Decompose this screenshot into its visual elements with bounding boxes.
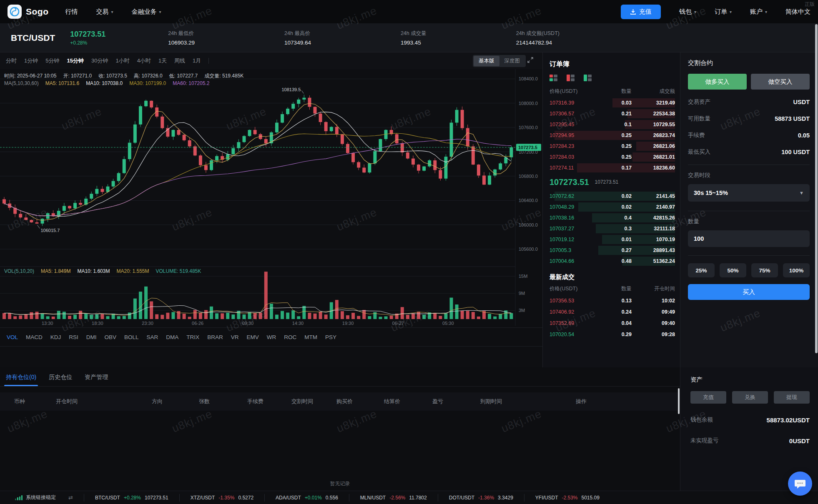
order-price: 107019.12 <box>550 237 602 242</box>
orderbook-row[interactable]: 107306.570.2122534.38 <box>550 108 675 119</box>
refresh-icon[interactable]: ⇄ <box>68 494 84 501</box>
timeframe-tab-5分钟[interactable]: 5分钟 <box>45 57 59 65</box>
menu-item-交易[interactable]: 交易▾ <box>96 8 113 16</box>
panel-scrollbar[interactable] <box>678 388 680 414</box>
percent-button-75%[interactable]: 75% <box>751 263 778 277</box>
indicator-tab-DMI[interactable]: DMI <box>86 334 97 340</box>
chart-view-toggle: 基本版深度图 <box>473 55 526 67</box>
sogo-logo-icon[interactable] <box>8 5 22 19</box>
amount-input[interactable] <box>688 230 810 247</box>
timeframe-tab-15分钟[interactable]: 15分钟 <box>67 57 83 65</box>
menu-item-简体中文[interactable]: 简体中文 <box>785 8 810 16</box>
indicator-tab-WR[interactable]: WR <box>267 334 276 340</box>
current-price-row[interactable]: 107273.51 107273.51 <box>550 174 675 190</box>
order-qty: 0.27 <box>602 247 632 253</box>
orderbook-row[interactable]: 107004.660.4851362.24 <box>550 256 675 267</box>
indicator-tab-DMA[interactable]: DMA <box>166 334 178 340</box>
book-asks-icon[interactable] <box>567 75 575 81</box>
period-value: 30s 15~15% <box>694 190 728 196</box>
view-tab-基本版[interactable]: 基本版 <box>474 56 499 66</box>
expand-icon[interactable] <box>527 57 533 65</box>
indicator-tab-MACD[interactable]: MACD <box>26 334 43 340</box>
asset-value: 0USDT <box>789 437 810 444</box>
timeframe-tab-1天[interactable]: 1天 <box>158 57 167 65</box>
orderbook-row[interactable]: 107038.160.442815.26 <box>550 212 675 223</box>
order-amount: 3219.49 <box>632 100 675 106</box>
timeframe-tab-4小时[interactable]: 4小时 <box>137 57 151 65</box>
candlestick-chart[interactable]: 108400.0108000.0107600.0107200.0106800.0… <box>0 69 542 327</box>
orderbook-row[interactable]: 107284.030.2526821.01 <box>550 152 675 162</box>
menu-item-钱包[interactable]: 钱包▾ <box>679 8 696 16</box>
period-select[interactable]: 30s 15~15% ▼ <box>688 184 810 202</box>
statusbar-ticker-BTC/USDT[interactable]: BTC/USDT+0.28%107273.51 <box>84 494 179 502</box>
indicator-tab-MTM[interactable]: MTM <box>304 334 317 340</box>
book-bids-icon[interactable] <box>584 75 592 81</box>
trade-qty: 0.04 <box>602 320 632 326</box>
buy-long-button[interactable]: 做多买入 <box>688 74 747 90</box>
orderbook-row[interactable]: 107274.110.1718236.60 <box>550 162 675 173</box>
indicator-tab-VR[interactable]: VR <box>231 334 239 340</box>
timeframe-tab-1小时[interactable]: 1小时 <box>115 57 129 65</box>
positions-tab-历史仓位[interactable]: 历史仓位 <box>49 374 72 386</box>
percent-button-50%[interactable]: 50% <box>720 263 746 277</box>
indicator-tab-PSY[interactable]: PSY <box>325 334 336 340</box>
timeframe-tab-1月[interactable]: 1月 <box>193 57 201 65</box>
page-scrollbar[interactable] <box>815 24 818 353</box>
positions-col-header: 购买价 <box>336 398 384 405</box>
indicator-tab-BRAR[interactable]: BRAR <box>207 334 223 340</box>
menu-item-订单[interactable]: 订单▾ <box>715 8 732 16</box>
indicator-tab-EMV[interactable]: EMV <box>246 334 258 340</box>
orderbook-row[interactable]: 107295.450.110729.55 <box>550 119 675 130</box>
buy-submit-button[interactable]: 买入 <box>688 284 810 300</box>
indicator-tab-BOLL[interactable]: BOLL <box>124 334 139 340</box>
view-tab-深度图[interactable]: 深度图 <box>499 56 525 66</box>
trade-price: 107356.53 <box>550 298 602 304</box>
chat-widget-button[interactable] <box>788 472 812 496</box>
orderbook-row[interactable]: 107294.950.2526823.74 <box>550 130 675 141</box>
orderbook-row[interactable]: 107037.270.332111.18 <box>550 223 675 234</box>
buy-short-button[interactable]: 做空买入 <box>751 74 810 90</box>
statusbar-ticker-YFI/USDT[interactable]: YFI/USDT-2.53%5015.09 <box>524 494 610 502</box>
timeframe-tab-30分钟[interactable]: 30分钟 <box>91 57 108 65</box>
indicator-tab-KDJ[interactable]: KDJ <box>50 334 61 340</box>
positions-col-header: 币种 <box>14 398 56 405</box>
svg-text:06-27: 06-27 <box>392 321 404 326</box>
ticker-bar: BTC/USDT 107273.51 +0.28% 24h 最低价106903.… <box>0 23 818 52</box>
timeframe-tab-周线[interactable]: 周线 <box>174 57 185 65</box>
orderbook-panel: 订单簿 价格(USDT)数量成交额 107316.390.033219.4910… <box>543 52 680 367</box>
orderbook-row[interactable]: 107019.120.011070.19 <box>550 234 675 245</box>
ticker-stat: 24h 最低价106903.29 <box>168 30 195 46</box>
indicator-tab-SAR[interactable]: SAR <box>147 334 158 340</box>
book-both-icon[interactable] <box>550 75 557 81</box>
timeframe-tab-分时[interactable]: 分时 <box>6 57 17 65</box>
timeframe-tab-1分钟[interactable]: 1分钟 <box>24 57 38 65</box>
orderbook-row[interactable]: 107072.620.022141.45 <box>550 191 675 202</box>
positions-tab-持有仓位(0)[interactable]: 持有仓位(0) <box>6 374 36 386</box>
statusbar-ticker-ADA/USDT[interactable]: ADA/USDT+0.01%0.556 <box>264 494 349 502</box>
statusbar-ticker-DOT/USDT[interactable]: DOT/USDT-1.36%3.3429 <box>438 494 524 502</box>
menu-item-金融业务[interactable]: 金融业务▾ <box>132 8 161 16</box>
indicator-tab-OBV[interactable]: OBV <box>105 334 117 340</box>
svg-text:107273.5: 107273.5 <box>518 145 537 150</box>
asset-button-提现[interactable]: 提现 <box>774 391 810 404</box>
svg-text:3M: 3M <box>519 308 525 313</box>
statusbar-ticker-MLN/USDT[interactable]: MLN/USDT-2.56%11.7802 <box>349 494 438 502</box>
indicator-tab-VOL[interactable]: VOL <box>7 334 18 340</box>
deposit-button[interactable]: 充值 <box>621 5 661 19</box>
asset-button-充值[interactable]: 充值 <box>690 391 726 404</box>
orderbook-row[interactable]: 107005.30.2728891.43 <box>550 245 675 256</box>
asset-button-兑换[interactable]: 兑换 <box>732 391 768 404</box>
menu-item-账户[interactable]: 账户▾ <box>750 8 767 16</box>
orderbook-row[interactable]: 107284.230.2526821.06 <box>550 141 675 152</box>
statusbar-ticker-XTZ/USDT[interactable]: XTZ/USDT-1.35%0.5272 <box>179 494 264 502</box>
percent-button-25%[interactable]: 25% <box>688 263 715 277</box>
indicator-tab-RSI[interactable]: RSI <box>69 334 78 340</box>
orderbook-row[interactable]: 107316.390.033219.49 <box>550 97 675 108</box>
indicator-tab-ROC[interactable]: ROC <box>284 334 296 340</box>
menu-item-行情[interactable]: 行情 <box>65 8 78 16</box>
indicator-tab-TRIX[interactable]: TRIX <box>186 334 199 340</box>
percent-buttons: 25%50%75%100% <box>688 263 810 277</box>
percent-button-100%[interactable]: 100% <box>783 263 810 277</box>
positions-tab-资产管理[interactable]: 资产管理 <box>85 374 108 386</box>
orderbook-row[interactable]: 107048.290.022140.97 <box>550 202 675 212</box>
